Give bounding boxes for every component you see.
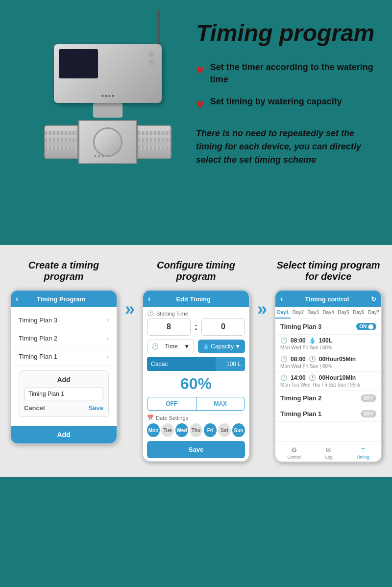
entry2-clock: 🕐: [280, 356, 288, 363]
hour-box[interactable]: 8: [147, 318, 191, 336]
footer-control[interactable]: ⚙ Control: [287, 446, 301, 460]
list-item-1[interactable]: Timing Plan 3 ›: [15, 311, 113, 329]
list-item-2-label: Timing Plan 2: [19, 335, 57, 342]
starting-time-label: 🕐 Starting Time: [147, 310, 245, 317]
plan1-toggle[interactable]: OFF: [361, 410, 376, 417]
day-tab-2[interactable]: Day2: [291, 307, 306, 318]
arrow-1: »: [125, 260, 135, 319]
day-mon[interactable]: Mon: [147, 423, 160, 437]
device-connector: [93, 103, 122, 118]
timing-entry-3: 🕐 14:00 🕐 00Hour10Min Mon Tus Wed Thu Fr…: [275, 372, 381, 391]
plan3-header: Timing Plan 3 ON ⬤: [275, 319, 381, 335]
phone1-content: Timing Plan 3 › Timing Plan 2 › Timing P…: [11, 307, 117, 426]
bottom-section: Create a timingprogram ‹ Timing Program …: [0, 245, 392, 477]
entry3-clock: 🕐: [280, 374, 288, 381]
day-wed[interactable]: Wed: [175, 423, 188, 437]
day-tab-7[interactable]: Day7: [366, 307, 381, 318]
add-dialog-title: Add: [24, 376, 103, 384]
clock-icon-label: 🕐: [147, 310, 154, 317]
day-tab-1[interactable]: Day1: [275, 307, 291, 318]
day-tab-6[interactable]: Day6: [351, 307, 366, 318]
log-label: Log: [325, 455, 333, 460]
control-icon: ⚙: [291, 446, 297, 454]
solar-panel: [59, 49, 98, 78]
antenna: [157, 10, 160, 49]
day-tab-3[interactable]: Day3: [306, 307, 321, 318]
arrow-icon-2: »: [257, 299, 267, 319]
feature-text-1: Set the timer according to the watering …: [210, 61, 377, 86]
day-thu[interactable]: Thu: [190, 423, 202, 437]
phone3-footer: ⚙ Control ✉ Log ≡ Timing: [275, 441, 381, 462]
phone3-header: ‹ Timing control ↻: [275, 291, 381, 307]
time-type-label: Time: [165, 343, 177, 350]
capacity-type-label: Capacity: [211, 343, 234, 350]
day-tab-5[interactable]: Day5: [336, 307, 351, 318]
day-sun[interactable]: Sun: [232, 423, 245, 437]
arrow-icon-1: »: [125, 299, 135, 319]
cancel-button[interactable]: Cancel: [24, 404, 45, 412]
entry3-duration: 00Hour10Min: [319, 374, 356, 381]
minute-box[interactable]: 0: [201, 318, 245, 336]
feature-item-1: ♥ Set the timer according to the waterin…: [196, 61, 377, 86]
entry1-time: 08:00: [291, 337, 306, 344]
add-dialog-buttons: Cancel Save: [24, 404, 103, 412]
capacity-type-select[interactable]: 💧 Capacity ▼: [198, 340, 245, 353]
save-button[interactable]: Save: [89, 404, 103, 412]
day-circles: Mon Tue Wed Thu Fri Sat Sun: [147, 423, 245, 437]
heart-icon-1: ♥: [196, 62, 204, 78]
plan3-toggle[interactable]: ON ⬤: [356, 323, 376, 330]
list-item-3[interactable]: Timing Plan 1 ›: [15, 347, 113, 366]
feature-item-2: ♥ Set timing by watering capacity: [196, 96, 377, 112]
phone2-header: ‹ Edit Timing: [143, 291, 249, 307]
chevron-icon-2: ›: [106, 334, 109, 342]
day-tab-4[interactable]: Day4: [321, 307, 336, 318]
plan1-name: Timing Plan 1: [280, 410, 321, 417]
entry1-capacity-icon: 💧: [309, 337, 316, 344]
plan2-toggle[interactable]: OFF: [361, 394, 376, 402]
type-row: 🕐 Time ▼ 💧 Capacity ▼: [147, 340, 245, 353]
day-tue[interactable]: Tue: [161, 423, 174, 437]
day-fri[interactable]: Fri: [204, 423, 217, 437]
capacity-bar[interactable]: Capac 100 L: [147, 357, 245, 371]
footer-timing[interactable]: ≡ Timing: [356, 446, 369, 460]
timing-entry-2: 🕐 08:00 🕐 00Hour05Min Mon Wed Fri Sun | …: [275, 353, 381, 372]
phone3: ‹ Timing control ↻ Day1 Day2 Day3 Day4 D…: [274, 290, 382, 463]
plan-name-input[interactable]: [24, 388, 103, 400]
save-timing-button[interactable]: Save: [147, 441, 245, 458]
capacity-bar-fill: Capac: [147, 357, 216, 371]
entry1-amount: 100L: [319, 337, 332, 344]
off-max-row: OFF MAX: [147, 397, 245, 411]
entry1-clock: 🕐: [280, 337, 288, 344]
page-title: Timing program: [196, 20, 377, 47]
add-plan-button[interactable]: Add: [11, 426, 117, 443]
capacity-value-display: 100 L: [226, 361, 241, 367]
dropdown-arrow-2: ▼: [235, 343, 241, 350]
day-sat[interactable]: Sat: [218, 423, 231, 437]
entry2-time: 08:00: [291, 356, 306, 363]
percent-display: 60%: [143, 375, 249, 393]
time-type-select[interactable]: 🕐 Time ▼: [147, 340, 194, 353]
date-settings-label: 📅 Date Settings: [147, 415, 245, 421]
entry3-capacity-icon: 🕐: [309, 374, 316, 381]
top-section: ■ ■ ■ ■: [0, 0, 392, 245]
step3-title: Select timing programfor device: [276, 260, 380, 282]
plan2-header: Timing Plan 2 OFF: [275, 391, 381, 406]
phone2-content: 🕐 Starting Time 8 : 0 🕐 Time ▼ 💧: [143, 310, 249, 458]
add-dialog: Add Cancel Save: [19, 370, 109, 417]
list-item-3-label: Timing Plan 1: [19, 353, 57, 360]
phone1: ‹ Timing Program Timing Plan 3 › Timing …: [10, 290, 118, 444]
entry3-time: 14:00: [291, 374, 306, 381]
step2-title: Configure timingprogram: [157, 260, 235, 282]
off-button[interactable]: OFF: [147, 397, 196, 410]
max-button[interactable]: MAX: [196, 397, 245, 410]
timing-entry-3-days: Mon Tus Wed Thu Fri Sat Sun | 95%: [280, 382, 376, 388]
refresh-icon[interactable]: ↻: [371, 295, 376, 303]
chevron-icon-1: ›: [106, 316, 109, 324]
phone2: ‹ Edit Timing 🕐 Starting Time 8 : 0 🕐: [142, 290, 250, 462]
dropdown-arrow: ▼: [184, 343, 190, 350]
timing-entry-3-row1: 🕐 14:00 🕐 00Hour10Min: [280, 374, 376, 381]
list-item-2[interactable]: Timing Plan 2 ›: [15, 329, 113, 347]
step3-column: Select timing programfor device ‹ Timing…: [274, 260, 382, 463]
device-controller: ■ ■ ■ ■: [54, 44, 162, 103]
footer-log[interactable]: ✉ Log: [325, 446, 333, 460]
